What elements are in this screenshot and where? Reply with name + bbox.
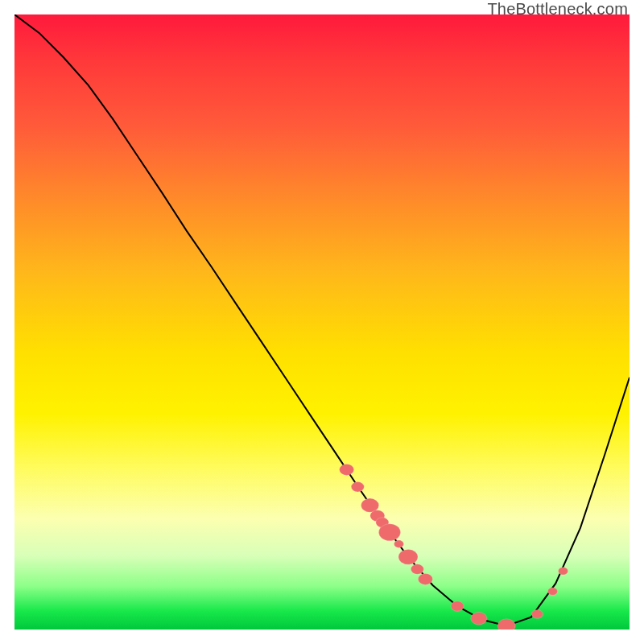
watermark-text: TheBottleneck.com <box>487 0 628 19</box>
chart-background-gradient <box>14 14 630 630</box>
chart-container: TheBottleneck.com <box>0 0 644 644</box>
